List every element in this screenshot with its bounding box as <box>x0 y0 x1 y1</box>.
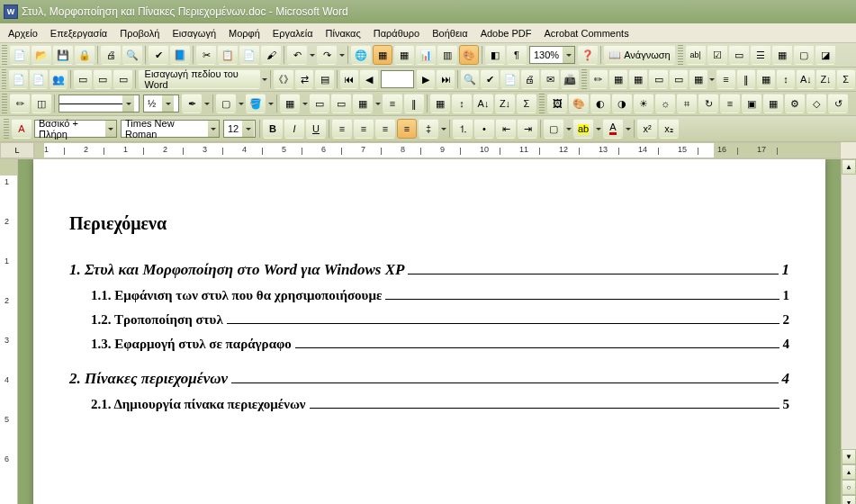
toolbar-grip[interactable] <box>2 45 7 65</box>
font-color-dropdown[interactable] <box>624 119 632 139</box>
img-contrast-down-button[interactable]: ◑ <box>612 94 632 113</box>
toolbar-grip[interactable] <box>2 69 6 89</box>
mm-open-source-button[interactable]: 📄 <box>30 69 48 89</box>
img-compress-button[interactable]: ▣ <box>742 94 761 113</box>
img-crop-button[interactable]: ⌗ <box>677 94 697 113</box>
zoom-dropdown[interactable]: 130% <box>529 46 575 64</box>
numbered-list-button[interactable]: ⒈ <box>453 119 473 139</box>
vertical-ruler[interactable]: 12123456 <box>0 159 18 504</box>
img-rotate-button[interactable]: ↻ <box>698 94 718 113</box>
sort-desc-button[interactable]: Z↓ <box>816 69 834 89</box>
bold-button[interactable]: B <box>263 119 283 139</box>
mm-setup-button[interactable]: 📄 <box>9 69 27 89</box>
paste-button[interactable]: 📄 <box>239 45 259 65</box>
toc-row[interactable]: 1. Στυλ και Μορφοποίηση στο Word για Win… <box>69 261 789 279</box>
sum2-button[interactable]: Σ <box>517 94 536 113</box>
print-preview-button[interactable]: 🔍 <box>122 45 142 65</box>
prev-page-button[interactable]: ▴ <box>842 464 856 480</box>
border-dropdown[interactable] <box>237 94 245 113</box>
autosum-button[interactable]: Σ <box>837 69 855 89</box>
forms-textfield-button[interactable]: ab| <box>686 45 706 65</box>
align-cells-dropdown[interactable] <box>708 69 716 89</box>
img-insert-button[interactable]: 🖼 <box>547 94 567 113</box>
img-color-button[interactable]: 🎨 <box>569 94 589 113</box>
table-insert-button[interactable]: ▦ <box>609 69 627 89</box>
toc-row[interactable]: 1.1. Εμφάνιση των στυλ που θα χρησιμοποι… <box>69 288 789 303</box>
document-scroll[interactable]: Περιεχόμενα 1. Στυλ και Μορφοποίηση στο … <box>18 159 841 504</box>
autoformat2-button[interactable]: ▦ <box>430 94 450 113</box>
dist-rows-button[interactable]: ≡ <box>716 69 734 89</box>
img-contrast-up-button[interactable]: ◐ <box>590 94 610 113</box>
sortdesc2-button[interactable]: Z↓ <box>495 94 515 113</box>
dist-cols-button[interactable]: ‖ <box>737 69 755 89</box>
textdir2-button[interactable]: ↕ <box>452 94 472 113</box>
sortasc2-button[interactable]: A↓ <box>473 94 493 113</box>
menu-format[interactable]: Μορφή <box>222 26 266 40</box>
erase-button[interactable]: ◫ <box>32 94 51 113</box>
split-button[interactable]: ▭ <box>331 94 351 113</box>
vertical-scrollbar[interactable]: ▲ ▼ ▴ ○ ▾ <box>841 159 856 504</box>
forms-shading-button[interactable]: ◪ <box>815 45 835 65</box>
save-button[interactable]: 💾 <box>53 45 73 65</box>
insert-word-field-button[interactable]: Εισαγωγή πεδίου του Word <box>139 69 261 89</box>
table-insert2-button[interactable]: ▦ <box>629 69 647 89</box>
permissions-button[interactable]: 🔒 <box>75 45 95 65</box>
research-button[interactable]: 📘 <box>170 45 190 65</box>
shading-color-button[interactable]: 🪣 <box>246 94 266 113</box>
menu-tools[interactable]: Εργαλεία <box>266 26 320 40</box>
mm-record-input[interactable] <box>381 70 414 88</box>
align2-button[interactable]: ▦ <box>353 94 373 113</box>
font-dropdown[interactable]: Times New Roman <box>121 120 220 138</box>
redo-dropdown[interactable] <box>338 45 346 65</box>
toolbar-grip[interactable] <box>678 45 683 65</box>
open-button[interactable]: 📂 <box>32 45 51 65</box>
format-painter-button[interactable]: 🖌 <box>261 45 281 65</box>
border-color-dropdown[interactable] <box>203 94 211 113</box>
italic-button[interactable]: I <box>284 119 304 139</box>
table-draw-button[interactable]: ✏ <box>590 69 608 89</box>
mm-merge-fax-button[interactable]: 📠 <box>561 69 579 89</box>
bullet-list-button[interactable]: • <box>474 119 494 139</box>
menu-edit[interactable]: Επεξεργασία <box>44 26 113 40</box>
img-reset-button[interactable]: ↺ <box>828 94 848 113</box>
undo-dropdown[interactable] <box>308 45 316 65</box>
tab-selector[interactable]: L <box>0 142 34 158</box>
merge-button[interactable]: ▭ <box>310 94 329 113</box>
merge-cells-button[interactable]: ▭ <box>649 69 667 89</box>
mm-prev-button[interactable]: ◀ <box>360 69 378 89</box>
hyperlink-button[interactable]: 🌐 <box>351 45 371 65</box>
img-bright-up-button[interactable]: ☀ <box>634 94 653 113</box>
horizontal-ruler[interactable]: 121234567891011121314151617 <box>34 142 841 158</box>
menu-table[interactable]: Πίνακας <box>320 26 367 40</box>
line-width-dropdown[interactable]: ½ <box>143 94 179 112</box>
forms-properties-button[interactable]: ☰ <box>751 45 770 65</box>
redo-button[interactable]: ↷ <box>317 45 337 65</box>
read-mode-button[interactable]: 📖 Ανάγνωση <box>604 45 675 65</box>
toc-row[interactable]: 2.1. Δημιουργία πίνακα περιεχομένων5 <box>69 397 789 412</box>
styles-task-button[interactable]: A <box>12 119 32 139</box>
copy-button[interactable]: 📋 <box>218 45 238 65</box>
browse-object-button[interactable]: ○ <box>842 480 856 495</box>
text-direction-button[interactable]: ↕ <box>777 69 795 89</box>
mm-merge-email-button[interactable]: ✉ <box>541 69 559 89</box>
forms-checkbox-button[interactable]: ☑ <box>707 45 727 65</box>
align-right-button[interactable]: ≡ <box>375 119 395 139</box>
font-size-dropdown[interactable]: 12 <box>223 120 256 138</box>
align-center-button[interactable]: ≡ <box>354 119 374 139</box>
mm-insert-field-button[interactable]: ▭ <box>113 69 131 89</box>
mm-merge-print-button[interactable]: 🖨 <box>521 69 539 89</box>
mm-last-button[interactable]: ⏭ <box>437 69 455 89</box>
img-bright-down-button[interactable]: ☼ <box>655 94 675 113</box>
mm-first-button[interactable]: ⏮ <box>340 69 358 89</box>
cut-button[interactable]: ✂ <box>196 45 216 65</box>
toolbar-grip[interactable] <box>539 94 545 113</box>
sort-asc-button[interactable]: A↓ <box>797 69 815 89</box>
spelling-button[interactable]: ✔ <box>149 45 168 65</box>
scroll-track[interactable] <box>842 175 856 449</box>
autoformat-button[interactable]: ▦ <box>757 69 775 89</box>
menu-help[interactable]: Βοήθεια <box>426 26 473 40</box>
decrease-indent-button[interactable]: ⇤ <box>496 119 516 139</box>
underline-button[interactable]: U <box>306 119 326 139</box>
columns-button[interactable]: ▥ <box>437 45 457 65</box>
insert-table-button[interactable]: ▦ <box>394 45 414 65</box>
